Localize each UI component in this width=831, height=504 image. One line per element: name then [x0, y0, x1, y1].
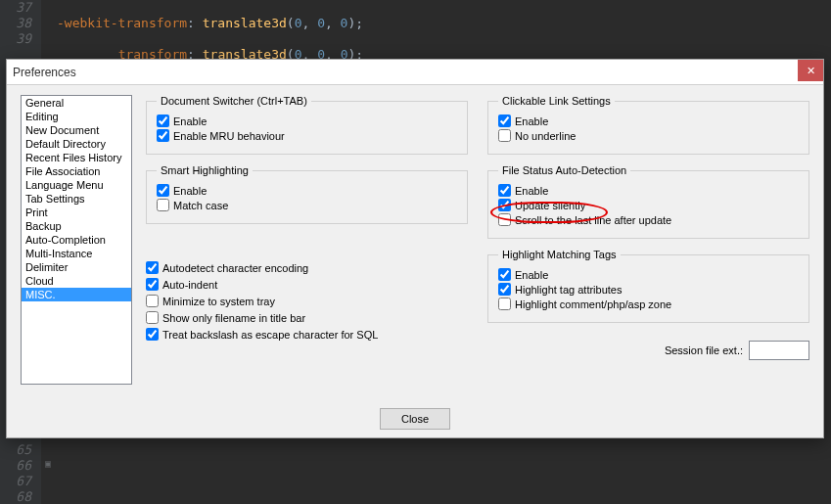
dialog-title: Preferences	[13, 66, 76, 79]
doc-switcher-mru-checkbox[interactable]: Enable MRU behaviour	[157, 129, 457, 142]
document-switcher-group: Document Switcher (Ctrl+TAB) Enable Enab…	[146, 95, 468, 155]
group-legend: Highlight Matching Tags	[498, 249, 621, 260]
file-status-group: File Status Auto-Detection Enable Update…	[487, 164, 809, 239]
close-button[interactable]: Close	[380, 408, 450, 430]
category-item[interactable]: Print	[22, 206, 131, 219]
autoindent-checkbox[interactable]: Auto-indent	[146, 278, 468, 291]
smart-highlight-enable-checkbox[interactable]: Enable	[157, 184, 457, 197]
category-item[interactable]: Default Directory	[22, 137, 131, 151]
session-ext-input[interactable]	[749, 341, 809, 360]
settings-panel: Document Switcher (Ctrl+TAB) Enable Enab…	[146, 95, 809, 402]
clickable-link-group: Clickable Link Settings Enable No underl…	[487, 95, 809, 155]
filestatus-silent-checkbox[interactable]: Update silently	[498, 199, 799, 211]
backslash-sql-checkbox[interactable]: Treat backslash as escape character for …	[146, 328, 468, 341]
close-icon[interactable]: ✕	[798, 60, 823, 81]
category-item[interactable]: Delimiter	[22, 260, 131, 274]
category-item[interactable]: Tab Settings	[22, 192, 131, 206]
line-number: 38	[0, 16, 31, 31]
fold-marker-icon[interactable]: ▣	[43, 458, 53, 469]
category-item[interactable]: Cloud	[22, 274, 131, 288]
dialog-titlebar[interactable]: Preferences ✕	[7, 60, 823, 85]
filestatus-enable-checkbox[interactable]: Enable	[498, 184, 799, 197]
line-number: 39	[0, 31, 31, 47]
category-item[interactable]: Recent Files History	[22, 151, 131, 164]
highlight-tags-group: Highlight Matching Tags Enable Highlight…	[487, 249, 809, 323]
group-legend: Document Switcher (Ctrl+TAB)	[157, 95, 311, 107]
matchtags-enable-checkbox[interactable]: Enable	[498, 268, 799, 281]
group-legend: Smart Highlighting	[157, 164, 253, 176]
filestatus-scroll-checkbox[interactable]: Scroll to the last line after update	[498, 213, 799, 226]
smart-highlighting-group: Smart Highlighting Enable Match case	[146, 164, 468, 224]
category-item[interactable]: Multi-Instance	[22, 247, 131, 260]
smart-highlight-matchcase-checkbox[interactable]: Match case	[157, 199, 457, 211]
matchtags-attrs-checkbox[interactable]: Highlight tag attributes	[498, 283, 799, 296]
category-item[interactable]: General	[22, 96, 131, 110]
clickable-nounderline-checkbox[interactable]: No underline	[498, 129, 799, 142]
minimize-tray-checkbox[interactable]: Minimize to system tray	[146, 295, 468, 307]
clickable-enable-checkbox[interactable]: Enable	[498, 115, 799, 127]
category-listbox[interactable]: GeneralEditingNew DocumentDefault Direct…	[21, 95, 132, 385]
line-number: 67	[0, 474, 31, 489]
doc-switcher-enable-checkbox[interactable]: Enable	[157, 115, 457, 127]
category-item[interactable]: Auto-Completion	[22, 233, 131, 247]
line-number: 37	[0, 0, 31, 16]
preferences-dialog: Preferences ✕ GeneralEditingNew Document…	[6, 59, 824, 438]
category-item[interactable]: Backup	[22, 219, 131, 233]
line-number: 68	[0, 489, 31, 504]
session-ext-row: Session file ext.:	[487, 341, 809, 360]
line-number: 65	[0, 442, 31, 458]
category-item[interactable]: New Document	[22, 123, 131, 137]
misc-options: Autodetect character encoding Auto-inden…	[146, 257, 468, 344]
category-item[interactable]: Editing	[22, 110, 131, 123]
matchtags-comment-checkbox[interactable]: Highlight comment/php/asp zone	[498, 298, 799, 310]
group-legend: Clickable Link Settings	[498, 95, 615, 107]
category-item[interactable]: Language Menu	[22, 178, 131, 192]
line-number: 66	[0, 458, 31, 474]
autodetect-encoding-checkbox[interactable]: Autodetect character encoding	[146, 261, 468, 274]
group-legend: File Status Auto-Detection	[498, 164, 630, 176]
category-item[interactable]: File Association	[22, 164, 131, 178]
category-item[interactable]: MISC.	[22, 288, 131, 301]
filename-titlebar-checkbox[interactable]: Show only filename in title bar	[146, 311, 468, 324]
session-ext-label: Session file ext.:	[665, 344, 743, 356]
